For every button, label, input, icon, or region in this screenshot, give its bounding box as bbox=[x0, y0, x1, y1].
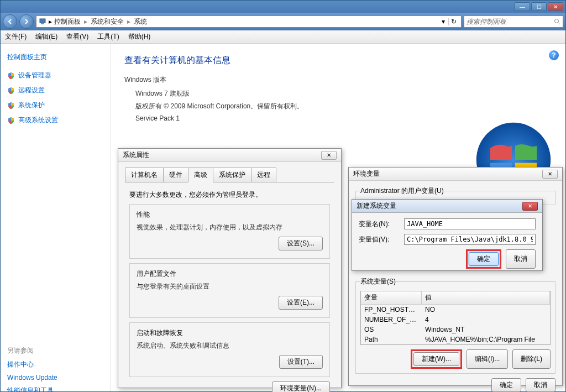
breadcrumb-item[interactable]: 系统 bbox=[134, 17, 147, 27]
variable-name-label: 变量名(N): bbox=[359, 219, 397, 229]
forward-button[interactable] bbox=[19, 14, 34, 29]
page-heading: 查看有关计算机的基本信息 bbox=[124, 55, 552, 66]
user-vars-header: Administrator 的用户变量(U) bbox=[360, 186, 444, 196]
svg-point-2 bbox=[555, 19, 559, 23]
window-titlebar: — ☐ ✕ bbox=[1, 1, 565, 13]
admin-note: 要进行大多数更改，您必须作为管理员登录。 bbox=[129, 190, 330, 200]
environment-variables-button[interactable]: 环境变量(N)... bbox=[272, 381, 330, 392]
back-button[interactable] bbox=[3, 14, 17, 29]
see-also-header: 另请参阅 bbox=[7, 346, 104, 356]
startup-desc: 系统启动、系统失败和调试信息 bbox=[137, 341, 323, 351]
maximize-button[interactable]: ☐ bbox=[531, 2, 547, 11]
table-row[interactable]: Path%JAVA_HOME%\bin;C:\Program File bbox=[361, 334, 550, 344]
sidebar-link-advanced-settings[interactable]: 高级系统设置 bbox=[7, 116, 104, 125]
user-profiles-group: 用户配置文件 与您登录有关的桌面设置 设置(E)... bbox=[129, 263, 330, 318]
system-properties-dialog: 系统属性 ✕ 计算机名 硬件 高级 系统保护 远程 要进行大多数更改，您必须作为… bbox=[118, 148, 342, 388]
dialog-titlebar: 系统属性 ✕ bbox=[118, 149, 341, 162]
sidebar-link-device-manager[interactable]: 设备管理器 bbox=[7, 71, 104, 80]
windows-edition: Windows 7 旗舰版 bbox=[124, 89, 552, 98]
table-row[interactable]: OSWindows_NT bbox=[361, 325, 550, 334]
envvar-cancel-button[interactable]: 取消 bbox=[526, 378, 555, 392]
menu-view[interactable]: 查看(V) bbox=[66, 32, 88, 41]
menu-file[interactable]: 文件(F) bbox=[5, 32, 27, 41]
performance-group: 性能 视觉效果，处理器计划，内存使用，以及虚拟内存 设置(S)... bbox=[129, 204, 330, 259]
see-also-action-center[interactable]: 操作中心 bbox=[7, 360, 104, 369]
search-box[interactable] bbox=[464, 15, 563, 28]
breadcrumb: 控制面板▸ 系统和安全▸ 系统 bbox=[54, 17, 147, 27]
newvar-ok-button[interactable]: 确定 bbox=[469, 252, 499, 266]
system-vars-header: 系统变量(S) bbox=[360, 277, 396, 286]
sidebar-link-remote-settings[interactable]: 远程设置 bbox=[7, 86, 104, 95]
variable-value-input[interactable] bbox=[404, 234, 536, 245]
sysvar-delete-button[interactable]: 删除(L) bbox=[512, 349, 551, 369]
startup-title: 启动和故障恢复 bbox=[137, 328, 323, 338]
newvar-titlebar: 新建系统变量 ✕ bbox=[352, 200, 542, 213]
newvar-title: 新建系统变量 bbox=[357, 201, 396, 211]
user-profiles-settings-button[interactable]: 设置(E)... bbox=[279, 296, 323, 310]
performance-desc: 视觉效果，处理器计划，内存使用，以及虚拟内存 bbox=[137, 223, 323, 232]
arrow-left-icon bbox=[7, 19, 13, 24]
user-profiles-desc: 与您登录有关的桌面设置 bbox=[137, 282, 323, 291]
search-icon bbox=[554, 18, 560, 25]
shield-icon bbox=[7, 87, 15, 95]
dialog-close-button[interactable]: ✕ bbox=[321, 151, 337, 160]
startup-settings-button[interactable]: 设置(T)... bbox=[279, 355, 323, 369]
minimize-button[interactable]: — bbox=[515, 2, 530, 11]
tab-system-protection[interactable]: 系统保护 bbox=[213, 168, 251, 182]
envvar-dialog-title: 环境变量 bbox=[353, 169, 380, 179]
newvar-cancel-button[interactable]: 取消 bbox=[506, 249, 536, 269]
svg-line-3 bbox=[558, 23, 560, 24]
svg-rect-0 bbox=[40, 19, 45, 23]
refresh-icon[interactable]: ↻ bbox=[448, 18, 459, 25]
newvar-close-button[interactable]: ✕ bbox=[522, 202, 538, 211]
breadcrumb-item[interactable]: 控制面板 bbox=[54, 17, 81, 27]
variable-value-label: 变量值(V): bbox=[359, 235, 397, 244]
sidebar: 控制面板主页 设备管理器 远程设置 系统保护 高级系统设置 另请参阅 操作中心 … bbox=[1, 44, 111, 391]
menu-edit[interactable]: 编辑(E) bbox=[35, 32, 57, 41]
menu-bar: 文件(F) 编辑(E) 查看(V) 工具(T) 帮助(H) bbox=[1, 30, 565, 44]
address-bar[interactable]: ▸ 控制面板▸ 系统和安全▸ 系统 ▾ ↻ bbox=[36, 15, 462, 28]
shield-icon bbox=[7, 102, 15, 109]
arrow-right-icon bbox=[24, 19, 29, 24]
tab-advanced[interactable]: 高级 bbox=[188, 168, 213, 182]
windows-edition-header: Windows 版本 bbox=[124, 75, 552, 85]
variable-name-input[interactable] bbox=[404, 218, 536, 229]
table-row[interactable]: NUMBER_OF_PR...4 bbox=[361, 315, 550, 325]
performance-settings-button[interactable]: 设置(S)... bbox=[279, 237, 323, 250]
navigation-toolbar: ▸ 控制面板▸ 系统和安全▸ 系统 ▾ ↻ bbox=[1, 13, 565, 30]
envvar-ok-button[interactable]: 确定 bbox=[491, 378, 521, 392]
col-header-value[interactable]: 值 bbox=[422, 291, 550, 304]
computer-icon bbox=[39, 18, 46, 25]
sysvar-new-button[interactable]: 新建(W)... bbox=[413, 352, 459, 366]
sysvar-edit-button[interactable]: 编辑(I)... bbox=[467, 349, 508, 369]
close-button[interactable]: ✕ bbox=[548, 2, 563, 11]
envvar-dialog-close[interactable]: ✕ bbox=[542, 170, 558, 179]
tab-computer-name[interactable]: 计算机名 bbox=[125, 168, 164, 182]
menu-tools[interactable]: 工具(T) bbox=[97, 32, 119, 41]
svg-rect-1 bbox=[41, 23, 44, 24]
performance-title: 性能 bbox=[137, 210, 323, 219]
user-profiles-title: 用户配置文件 bbox=[137, 269, 323, 279]
tab-remote[interactable]: 远程 bbox=[251, 168, 276, 182]
new-system-variable-dialog: 新建系统变量 ✕ 变量名(N): 变量值(V): 确定 取消 bbox=[352, 199, 543, 271]
dropdown-icon[interactable]: ▾ bbox=[439, 18, 447, 25]
control-panel-home-link[interactable]: 控制面板主页 bbox=[7, 53, 104, 62]
envvar-dialog-titlebar: 环境变量 ✕ bbox=[349, 168, 562, 181]
startup-recovery-group: 启动和故障恢复 系统启动、系统失败和调试信息 设置(T)... bbox=[129, 322, 330, 377]
col-header-variable[interactable]: 变量 bbox=[361, 291, 422, 304]
sidebar-link-system-protection[interactable]: 系统保护 bbox=[7, 101, 104, 110]
breadcrumb-item[interactable]: 系统和安全 bbox=[91, 17, 124, 27]
copyright-text: 版权所有 © 2009 Microsoft Corporation。保留所有权利… bbox=[124, 102, 552, 111]
table-row[interactable]: FP_NO_HOST_C...NO bbox=[361, 305, 550, 315]
menu-help[interactable]: 帮助(H) bbox=[128, 32, 151, 41]
tabs: 计算机名 硬件 高级 系统保护 远程 bbox=[125, 168, 334, 182]
see-also-performance[interactable]: 性能信息和工具 bbox=[7, 386, 104, 392]
search-input[interactable] bbox=[467, 18, 554, 25]
shield-icon bbox=[7, 117, 15, 124]
dialog-title-text: 系统属性 bbox=[123, 150, 149, 160]
help-icon[interactable]: ? bbox=[549, 50, 559, 60]
see-also-windows-update[interactable]: Windows Update bbox=[7, 374, 104, 381]
shield-icon bbox=[7, 72, 15, 80]
system-vars-table[interactable]: 变量 值 FP_NO_HOST_C...NONUMBER_OF_PR...4OS… bbox=[360, 291, 551, 345]
tab-hardware[interactable]: 硬件 bbox=[163, 168, 188, 182]
